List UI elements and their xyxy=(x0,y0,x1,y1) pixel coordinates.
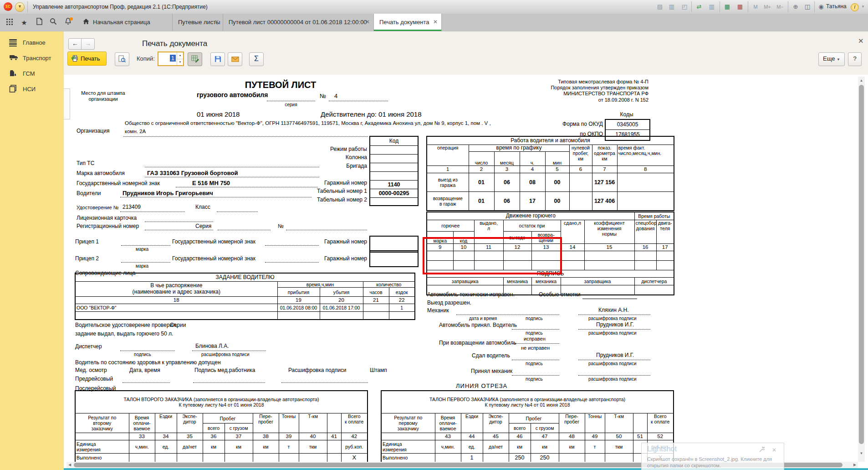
chevron-down-icon[interactable]: ▼ xyxy=(858,3,868,11)
form-text: В чье распоряжение (наименование и адрес… xyxy=(75,282,415,288)
sidebar-item-nsi[interactable]: НСИ xyxy=(0,83,64,96)
form-cell: остаток при xyxy=(503,220,561,232)
form-cell: 51 xyxy=(633,433,647,440)
form-cell: 40 xyxy=(299,433,327,440)
print-icon[interactable]: ▥ xyxy=(667,3,677,11)
form-cell: ед. xyxy=(155,440,177,454)
spin-up-button[interactable]: ▲ xyxy=(177,52,183,59)
vertical-scrollbar[interactable]: ▲ ▼ xyxy=(858,77,865,462)
odometer-out-value: 127 156 xyxy=(592,173,617,191)
form-cell: заправщика xyxy=(427,278,503,285)
scroll-right-icon[interactable]: ▶ xyxy=(852,462,858,468)
close-icon[interactable]: ✕ xyxy=(214,19,219,25)
copies-input[interactable]: 1 ▲ ▼ xyxy=(158,52,184,66)
scroll-left-icon[interactable]: ◀ xyxy=(66,462,73,468)
form-cell: время по графику xyxy=(469,145,569,152)
table-edit-toggle[interactable] xyxy=(188,52,202,66)
form-cell: Пере- пробег xyxy=(559,413,585,433)
sidebar-item-transport[interactable]: Транспорт xyxy=(0,52,64,65)
form-cell: количество xyxy=(363,282,415,288)
favorites-star-icon[interactable]: ★ xyxy=(18,17,30,28)
form-cell xyxy=(203,454,225,462)
form-cell: 48 xyxy=(559,433,585,440)
memory-minus-icon[interactable]: M− xyxy=(775,3,785,11)
split-window-icon[interactable]: ◫ xyxy=(802,3,812,11)
underline xyxy=(218,229,271,230)
notification-message: Скриншот сохранён в Screenshot_2.jpg. Кл… xyxy=(647,456,779,469)
underline xyxy=(281,382,368,383)
close-icon[interactable]: ✕ xyxy=(433,19,438,25)
tab-label: Путевые листы xyxy=(178,19,220,26)
form-close-icon[interactable]: ✕ xyxy=(858,37,864,45)
menu-grid-icon[interactable] xyxy=(4,17,15,28)
spin-down-button[interactable]: ▼ xyxy=(177,59,183,66)
copy-link-icon[interactable]: ▥ xyxy=(707,3,717,11)
form-header: ← → Печать документа ✕ Печать Копий: 1 ▲… xyxy=(64,31,868,75)
vertical-scroll-thumb[interactable] xyxy=(859,85,864,444)
divider xyxy=(814,1,815,12)
search-icon[interactable] xyxy=(47,17,59,28)
form-text xyxy=(75,312,415,320)
form-cell xyxy=(585,454,605,462)
form-cell xyxy=(617,191,674,211)
email-button[interactable] xyxy=(228,52,242,66)
form-cell: выезд из гаража xyxy=(427,173,469,191)
form-text: Работа водителя и автомобиля операция вр… xyxy=(427,136,674,211)
form-cell: Т-км xyxy=(299,413,327,433)
form-cell: Пробег xyxy=(203,413,253,424)
code-box: Код 1140 0000-00295 xyxy=(369,136,419,206)
print-preview-area[interactable]: Место для штампа организации ПУТЕВОЙ ЛИС… xyxy=(64,75,868,470)
sidebar-item-main[interactable]: Главное xyxy=(0,36,64,50)
form-cell: мин xyxy=(545,151,569,165)
form-cell: 00 xyxy=(545,191,569,211)
tab-print-document[interactable]: Печать документа ✕ xyxy=(374,14,442,31)
form-text: Класс xyxy=(195,204,210,210)
form-text: расшифровка подписи xyxy=(588,316,637,321)
tab-label: Печать документа xyxy=(379,19,429,26)
sigma-label: Σ xyxy=(254,55,259,62)
forward-button[interactable]: → xyxy=(81,38,95,50)
form-text: 181920 2122 xyxy=(75,297,415,304)
form-cell: 18 xyxy=(75,297,277,304)
user-name[interactable]: Татьяна xyxy=(826,3,847,10)
back-button[interactable]: ← xyxy=(68,38,82,50)
underline xyxy=(123,136,368,137)
sum-button[interactable]: Σ xyxy=(249,52,264,66)
history-icon[interactable] xyxy=(33,17,45,28)
zoom-icon[interactable]: ⊕ xyxy=(791,3,801,11)
add-link-icon[interactable]: ⇄ xyxy=(694,3,704,11)
settings-wrench-icon[interactable] xyxy=(759,447,765,453)
form-text xyxy=(370,172,418,181)
help-button[interactable]: ? xyxy=(848,52,862,66)
chevron-down-icon: ▼ xyxy=(837,57,840,62)
calendar-icon[interactable]: ▦ xyxy=(735,3,745,11)
form-cell xyxy=(299,454,327,462)
form-cell: ткм xyxy=(299,440,327,454)
tab-waybill-document[interactable]: Путевой лист 00000000004 от 01.06.2018 1… xyxy=(223,14,374,31)
form-text: Тип ТС xyxy=(77,160,94,166)
main-menu-dropdown-button[interactable]: ▼ xyxy=(15,2,25,12)
memory-plus-icon[interactable]: M+ xyxy=(762,3,772,11)
preview-button[interactable] xyxy=(115,52,129,66)
memory-icon[interactable]: M xyxy=(751,3,761,11)
close-icon[interactable]: ✕ xyxy=(772,447,776,453)
form-cell: 22 xyxy=(389,297,415,304)
more-button[interactable]: Еще ▼ xyxy=(818,52,845,66)
tab-waybills-list[interactable]: Путевые листы ✕ xyxy=(173,14,223,31)
form-text: подпись xyxy=(526,377,543,382)
save-report-button[interactable] xyxy=(210,52,225,66)
form-cell: месяц xyxy=(494,151,520,165)
scroll-down-icon[interactable]: ▼ xyxy=(858,450,865,457)
tab-home[interactable]: Начальная страница xyxy=(77,14,173,31)
calculator-icon[interactable]: ▦ xyxy=(722,3,732,11)
doc-subtitle: грузового автомобиля xyxy=(197,91,268,99)
print-button[interactable]: Печать xyxy=(67,52,107,66)
lightshot-notification[interactable]: Lightshot ✕ Скриншот сохранён в Screensh… xyxy=(641,443,784,470)
notifications-bell-icon[interactable] xyxy=(62,17,74,28)
print-preview-icon[interactable]: ◰ xyxy=(679,3,689,11)
stamp-note: Место для штампа организации xyxy=(75,90,132,102)
scroll-up-icon[interactable]: ▲ xyxy=(858,77,865,84)
sidebar-item-fuel[interactable]: ГСМ xyxy=(0,67,64,81)
close-icon[interactable]: ✕ xyxy=(365,19,370,25)
save-icon[interactable]: ▤ xyxy=(655,3,665,11)
